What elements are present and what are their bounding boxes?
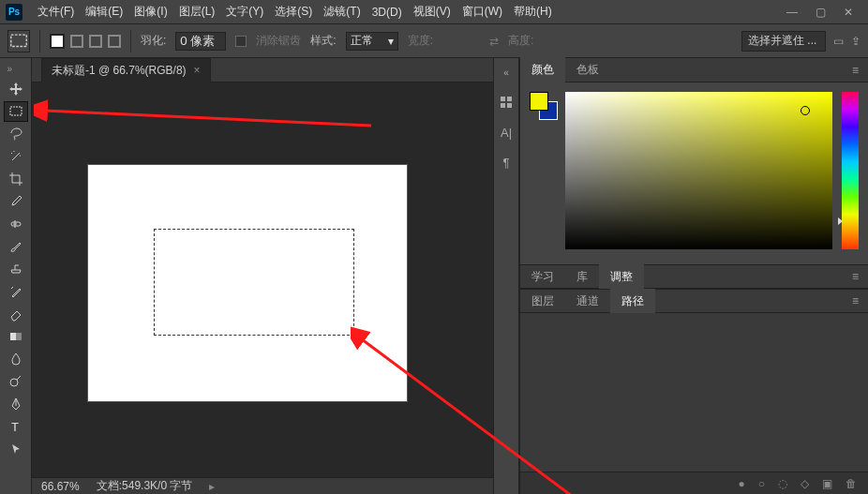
chevron-down-icon: ▾ <box>388 35 394 48</box>
new-path-icon[interactable]: ▣ <box>822 477 832 490</box>
tab-channels[interactable]: 通道 <box>565 289 610 314</box>
svg-rect-12 <box>507 97 512 101</box>
svg-line-8 <box>45 111 371 126</box>
height-label: 高度: <box>508 33 533 49</box>
eyedropper-tool[interactable] <box>4 191 28 212</box>
clone-stamp-tool[interactable] <box>4 259 28 279</box>
document-tab-title: 未标题-1 @ 66.7%(RGB/8) <box>52 63 187 79</box>
tab-swatches[interactable]: 色板 <box>565 57 610 82</box>
collapse-toolbar-icon[interactable]: » <box>7 64 24 74</box>
options-bar: 羽化: 消除锯齿 样式: 正常▾ 宽度: ⇄ 高度: 选择并遮住 ... ▭ ⇪ <box>0 24 868 58</box>
tab-adjust[interactable]: 调整 <box>599 264 644 290</box>
color-cursor <box>801 106 810 115</box>
close-button[interactable]: ✕ <box>834 3 862 22</box>
new-selection-icon[interactable] <box>50 34 65 49</box>
menu-filter[interactable]: 滤镜(T) <box>318 4 366 20</box>
menu-edit[interactable]: 编辑(E) <box>80 4 128 20</box>
make-workpath-icon[interactable]: ◇ <box>801 477 809 490</box>
window-controls: — ▢ ✕ <box>778 3 862 22</box>
canvas-viewport[interactable] <box>32 82 493 477</box>
pen-tool[interactable] <box>4 394 28 414</box>
menu-view[interactable]: 视图(V) <box>408 4 456 20</box>
svg-rect-11 <box>501 97 505 101</box>
type-tool[interactable]: T <box>4 416 28 437</box>
character-panel-icon[interactable]: A| <box>498 124 515 141</box>
path-selection-tool[interactable] <box>4 439 28 459</box>
panel-menu-icon[interactable]: ≡ <box>843 294 868 307</box>
swap-icon: ⇄ <box>489 35 499 48</box>
tab-libraries[interactable]: 库 <box>565 264 599 290</box>
style-select[interactable]: 正常▾ <box>346 32 398 51</box>
svg-point-5 <box>10 379 18 386</box>
minimize-button[interactable]: — <box>778 3 806 22</box>
share-icon[interactable]: ⇪ <box>851 35 861 48</box>
panel-menu-icon[interactable]: ≡ <box>843 270 868 283</box>
tab-color[interactable]: 颜色 <box>520 57 565 82</box>
svg-rect-1 <box>10 107 22 115</box>
feather-input[interactable] <box>175 32 226 51</box>
menu-select[interactable]: 选择(S) <box>269 4 318 20</box>
move-tool[interactable] <box>4 79 28 99</box>
document-tab[interactable]: 未标题-1 @ 66.7%(RGB/8) × <box>41 58 211 82</box>
select-and-mask-button[interactable]: 选择并遮住 ... <box>741 31 826 52</box>
tab-paths[interactable]: 路径 <box>610 289 655 314</box>
menu-layer[interactable]: 图层(L) <box>173 4 221 20</box>
paths-panel-footer: ● ○ ◌ ◇ ▣ 🗑 <box>520 472 868 494</box>
workspace: » T 未标题-1 @ 66.7%(RGB/8) × <box>0 58 868 494</box>
menu-window[interactable]: 窗口(W) <box>456 4 508 20</box>
feather-label: 羽化: <box>141 33 166 49</box>
foreground-swatch[interactable] <box>530 92 548 111</box>
menu-type[interactable]: 文字(Y) <box>220 4 269 20</box>
paragraph-panel-icon[interactable]: ¶ <box>498 154 515 171</box>
maximize-button[interactable]: ▢ <box>806 3 834 22</box>
close-tab-icon[interactable]: × <box>194 64 201 77</box>
zoom-level[interactable]: 66.67% <box>41 480 80 493</box>
delete-path-icon[interactable]: 🗑 <box>846 477 857 490</box>
intersect-selection-icon[interactable] <box>108 35 121 48</box>
color-field[interactable] <box>565 92 832 249</box>
hue-slider[interactable] <box>842 92 859 249</box>
history-panel-icon[interactable] <box>498 94 515 111</box>
brush-tool[interactable] <box>4 236 28 257</box>
load-selection-icon[interactable]: ◌ <box>778 477 787 490</box>
antialias-label: 消除锯齿 <box>256 33 301 49</box>
rectangular-selection <box>154 229 354 336</box>
subtract-selection-icon[interactable] <box>89 35 102 48</box>
color-panel-tabs: 颜色 色板 ≡ <box>520 58 868 82</box>
eraser-tool[interactable] <box>4 304 28 324</box>
current-tool-icon[interactable] <box>7 30 30 52</box>
add-selection-icon[interactable] <box>70 35 83 48</box>
tab-layers[interactable]: 图层 <box>520 289 565 314</box>
screen-mode-icon[interactable]: ▭ <box>833 35 844 48</box>
svg-rect-14 <box>507 103 512 108</box>
tab-learn[interactable]: 学习 <box>520 264 565 290</box>
doc-status: 文档:549.3K/0 字节 <box>97 478 193 494</box>
panel-menu-icon[interactable]: ≡ <box>843 64 868 77</box>
document-tabs: 未标题-1 @ 66.7%(RGB/8) × <box>32 58 493 82</box>
blur-tool[interactable] <box>4 349 28 369</box>
expand-strip-icon[interactable]: « <box>498 64 515 81</box>
rectangular-marquee-tool[interactable] <box>4 101 28 122</box>
color-panel <box>520 82 868 264</box>
antialias-checkbox <box>235 36 247 47</box>
magic-wand-tool[interactable] <box>4 146 28 167</box>
menu-help[interactable]: 帮助(H) <box>508 4 558 20</box>
svg-rect-0 <box>11 35 27 46</box>
healing-brush-tool[interactable] <box>4 214 28 234</box>
status-chevron-icon[interactable]: ▸ <box>209 480 215 493</box>
crop-tool[interactable] <box>4 169 28 189</box>
paths-panel-body[interactable] <box>520 313 868 472</box>
width-label: 宽度: <box>408 33 433 49</box>
fg-bg-swatches[interactable] <box>530 92 556 255</box>
lasso-tool[interactable] <box>4 124 28 144</box>
history-brush-tool[interactable] <box>4 281 28 302</box>
stroke-path-icon[interactable]: ○ <box>758 477 765 490</box>
hue-slider-thumb[interactable] <box>838 217 843 225</box>
menu-file[interactable]: 文件(F) <box>32 4 80 20</box>
tool-palette: » T <box>0 58 32 494</box>
fill-path-icon[interactable]: ● <box>739 477 745 490</box>
menu-image[interactable]: 图像(I) <box>128 4 172 20</box>
dodge-tool[interactable] <box>4 371 28 392</box>
menu-3d[interactable]: 3D(D) <box>367 6 408 19</box>
gradient-tool[interactable] <box>4 326 28 347</box>
